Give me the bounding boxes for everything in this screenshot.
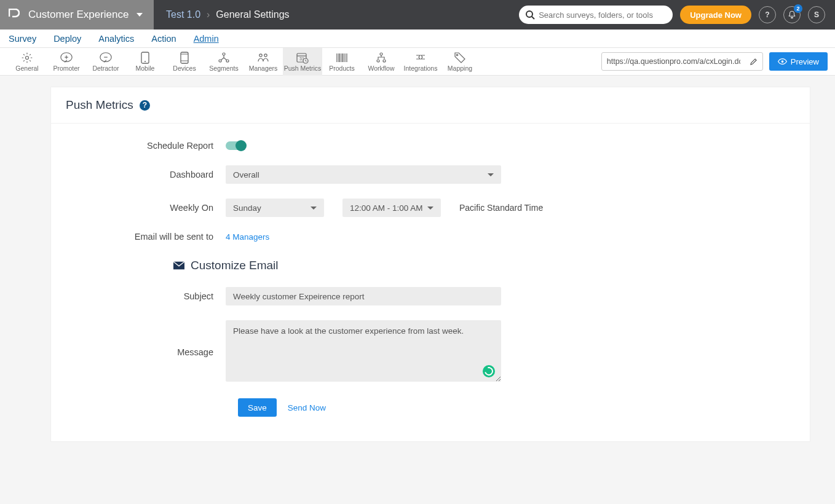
tool-integrations[interactable]: Integrations [401, 48, 440, 76]
dashboard-label: Dashboard [66, 170, 226, 179]
top-bar: Customer Experience Test 1.0 › General S… [0, 0, 835, 30]
timezone-text: Pacific Standard Time [459, 203, 543, 213]
avatar-initial: S [814, 10, 819, 19]
row-subject: Subject [66, 287, 795, 305]
tool-devices[interactable]: Devices [165, 48, 204, 76]
subject-label: Subject [66, 291, 226, 301]
form: Schedule Report Dashboard Overall Weekly… [51, 124, 810, 441]
logo-icon [9, 9, 20, 21]
schedule-label: Schedule Report [66, 141, 226, 151]
message-textarea[interactable] [226, 320, 501, 382]
save-button[interactable]: Save [238, 398, 277, 417]
svg-point-0 [526, 11, 532, 17]
toolbar-right: Preview [601, 52, 828, 71]
upgrade-button[interactable]: Upgrade Now [680, 6, 751, 24]
managers-icon [257, 52, 269, 64]
tool-products[interactable]: Products [322, 48, 362, 76]
tab-deploy[interactable]: Deploy [53, 34, 81, 44]
subject-input[interactable] [226, 287, 501, 305]
edit-url-button[interactable] [745, 58, 762, 66]
content: Push Metrics ? Schedule Report Dashboard… [0, 76, 835, 467]
row-dashboard: Dashboard Overall [66, 165, 795, 184]
managers-link[interactable]: 4 Managers [226, 232, 269, 242]
row-message: Message [66, 320, 795, 384]
message-label: Message [66, 347, 226, 357]
tool-mobile[interactable]: Mobile [125, 48, 165, 76]
svg-point-23 [781, 60, 783, 63]
tool-segments[interactable]: Segments [204, 48, 243, 76]
product-name: Customer Experience [28, 9, 137, 21]
breadcrumb-page: General Settings [216, 9, 289, 20]
segments-icon [218, 52, 230, 64]
caret-down-icon [137, 13, 143, 17]
svg-point-19 [380, 53, 382, 55]
tab-survey[interactable]: Survey [9, 34, 36, 44]
svg-point-2 [26, 56, 29, 59]
svg-point-6 [144, 61, 146, 62]
tab-analytics[interactable]: Analytics [98, 34, 134, 44]
tool-promoter[interactable]: Promoter [47, 48, 86, 76]
customize-email-heading: Customize Email [173, 259, 795, 272]
send-now-link[interactable]: Send Now [288, 403, 326, 412]
gear-icon [21, 52, 33, 64]
eye-icon [778, 58, 787, 65]
preview-button[interactable]: Preview [769, 52, 828, 71]
svg-point-10 [223, 53, 225, 55]
workflow-icon [375, 52, 387, 64]
minus-bubble-icon [99, 52, 113, 64]
primary-tabs: Survey Deploy Analytics Action Admin [0, 30, 835, 48]
help-icon[interactable]: ? [140, 100, 150, 111]
sub-toolbar: General Promoter Detractor Mobile Device… [0, 48, 835, 76]
email-sent-label: Email will be sent to [66, 232, 226, 242]
product-switcher[interactable]: Customer Experience [0, 0, 154, 30]
question-icon: ? [765, 10, 769, 19]
tool-mapping[interactable]: Mapping [440, 48, 480, 76]
calendar-clock-icon: 31 [296, 52, 309, 64]
pencil-icon [750, 58, 758, 66]
breadcrumb-project[interactable]: Test 1.0 [166, 9, 200, 20]
tool-managers[interactable]: Managers [243, 48, 283, 76]
envelope-icon [173, 261, 184, 270]
tab-admin[interactable]: Admin [194, 34, 219, 44]
card: Push Metrics ? Schedule Report Dashboard… [50, 87, 810, 442]
caret-down-icon [427, 207, 433, 210]
button-row: Save Send Now [238, 398, 795, 417]
tag-icon [454, 52, 466, 64]
card-header: Push Metrics ? [51, 87, 810, 124]
mobile-icon [141, 52, 149, 64]
tool-detractor[interactable]: Detractor [86, 48, 125, 76]
caret-down-icon [311, 207, 317, 210]
svg-point-21 [383, 60, 386, 62]
barcode-icon [336, 52, 348, 64]
help-button[interactable]: ? [759, 6, 776, 23]
row-schedule: Schedule Report [66, 141, 795, 151]
schedule-toggle[interactable] [226, 141, 245, 150]
notifications-button[interactable]: 2 [783, 6, 801, 23]
search-wrap [519, 6, 673, 24]
dashboard-select[interactable]: Overall [226, 165, 501, 184]
row-weekly: Weekly On Sunday 12:00 AM - 1:00 AM Paci… [66, 199, 795, 217]
weekly-time-select[interactable]: 12:00 AM - 1:00 AM [342, 199, 441, 217]
tool-general[interactable]: General [7, 48, 47, 76]
search-input[interactable] [519, 6, 673, 24]
integrations-icon [414, 52, 427, 64]
row-email-sent: Email will be sent to 4 Managers [66, 232, 795, 242]
grammarly-icon[interactable] [483, 365, 495, 377]
svg-point-20 [377, 60, 379, 62]
svg-point-13 [259, 53, 262, 56]
tab-action[interactable]: Action [151, 34, 176, 44]
weekly-label: Weekly On [66, 203, 226, 213]
tool-list: General Promoter Detractor Mobile Device… [7, 48, 480, 76]
devices-icon [180, 52, 189, 64]
tool-push-metrics[interactable]: 31 Push Metrics [283, 48, 322, 76]
page-title: Push Metrics [66, 98, 133, 112]
plus-bubble-icon [60, 52, 73, 64]
chevron-right-icon: › [207, 9, 210, 20]
caret-down-icon [488, 173, 494, 176]
url-input[interactable] [602, 57, 745, 66]
tool-workflow[interactable]: Workflow [362, 48, 401, 76]
avatar-button[interactable]: S [808, 6, 825, 23]
svg-line-1 [532, 17, 534, 19]
weekly-day-select[interactable]: Sunday [226, 199, 324, 217]
top-right-controls: Upgrade Now ? 2 S [519, 6, 835, 24]
